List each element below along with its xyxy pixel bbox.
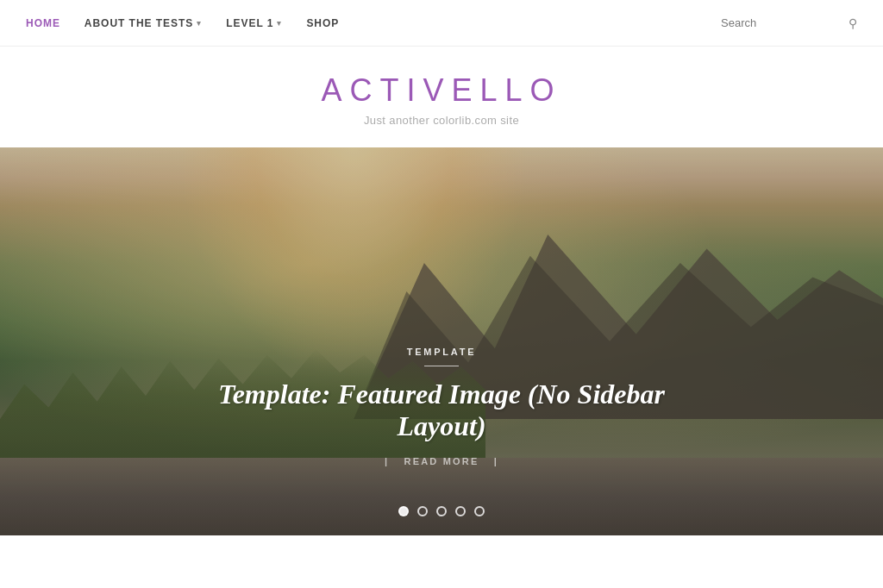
read-more-label: READ MORE (404, 456, 479, 466)
slider-dot-5[interactable] (474, 506, 485, 516)
nav-item-level1[interactable]: LEVEL 1 ▾ (226, 17, 282, 29)
hero-divider (424, 366, 459, 366)
site-subtitle: Just another colorlib.com site (0, 114, 883, 127)
hero-title: Template: Featured Image (No Sidebar Lay… (183, 378, 700, 442)
chevron-down-icon: ▾ (277, 19, 282, 28)
pipe-right: | (494, 456, 498, 466)
search-icon[interactable]: ⚲ (849, 16, 857, 30)
search-input[interactable] (721, 16, 842, 29)
hero-category: TEMPLATE (183, 347, 700, 357)
read-more-button[interactable]: | READ MORE | (183, 456, 700, 466)
pipe-left: | (385, 456, 389, 466)
navigation: HOME ABOUT THE TESTS ▾ LEVEL 1 ▾ SHOP ⚲ (0, 0, 883, 47)
slider-dot-1[interactable] (398, 506, 409, 516)
slider-dot-4[interactable] (455, 506, 466, 516)
hero-content: TEMPLATE Template: Featured Image (No Si… (183, 347, 700, 466)
slider-dots (398, 506, 485, 516)
site-header: ACTIVELLO Just another colorlib.com site (0, 47, 883, 147)
nav-item-shop[interactable]: SHOP (306, 17, 339, 29)
nav-level1-label: LEVEL 1 (226, 17, 273, 29)
site-title: ACTIVELLO (0, 72, 883, 109)
slider-dot-3[interactable] (436, 506, 447, 516)
nav-right: ⚲ (721, 16, 857, 30)
nav-about-label: ABOUT THE TESTS (85, 17, 193, 29)
hero-section: TEMPLATE Template: Featured Image (No Si… (0, 147, 883, 535)
nav-item-about[interactable]: ABOUT THE TESTS ▾ (85, 17, 202, 29)
nav-item-home[interactable]: HOME (26, 17, 60, 29)
slider-dot-2[interactable] (417, 506, 428, 516)
nav-home-label: HOME (26, 17, 60, 29)
nav-shop-label: SHOP (306, 17, 339, 29)
nav-left: HOME ABOUT THE TESTS ▾ LEVEL 1 ▾ SHOP (26, 17, 339, 29)
chevron-down-icon: ▾ (197, 19, 202, 28)
hero-overlay (0, 147, 883, 535)
